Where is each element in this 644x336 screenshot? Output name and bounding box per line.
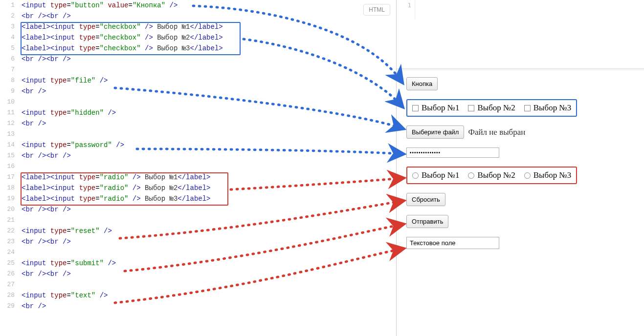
code-line[interactable]: 13 (0, 129, 396, 140)
line-number: 12 (0, 118, 19, 129)
code-line[interactable]: 10 (0, 97, 396, 107)
checkbox-icon[interactable] (524, 105, 531, 111)
line-number: 27 (0, 279, 19, 290)
code-text[interactable]: <br /><br /> (19, 150, 71, 161)
line-number: 23 (0, 236, 19, 247)
text-input[interactable]: Текстовое поле (406, 237, 499, 249)
code-line[interactable]: 1<input type="button" value="Кнопка" /> (0, 0, 396, 11)
line-number: 5 (0, 43, 19, 54)
code-line[interactable]: 16 (0, 161, 396, 172)
code-text[interactable] (19, 129, 22, 140)
code-line[interactable]: 15<br /><br /> (0, 150, 396, 161)
code-line[interactable]: 8<input type="file" /> (0, 75, 396, 86)
code-text[interactable]: <label><input type="checkbox" /> Выбор №… (19, 32, 223, 43)
code-text[interactable]: <input type="password" /> (19, 140, 124, 150)
submit-button[interactable]: Отправить (406, 215, 448, 228)
code-text[interactable]: <br /><br /> (19, 204, 71, 215)
line-number: 17 (0, 172, 19, 183)
code-text[interactable]: <input type="reset" /> (19, 226, 112, 236)
code-line[interactable]: 22<input type="reset" /> (0, 226, 396, 236)
code-text[interactable]: <label><input type="radio" /> Выбор №1</… (19, 172, 211, 183)
code-line[interactable]: 9<br /> (0, 86, 396, 97)
code-line[interactable]: 11<input type="hidden" /> (0, 107, 396, 118)
code-line[interactable]: 17<label><input type="radio" /> Выбор №1… (0, 172, 396, 183)
code-line[interactable]: 18<label><input type="radio" /> Выбор №2… (0, 183, 396, 193)
code-line[interactable]: 5<label><input type="checkbox" /> Выбор … (0, 43, 396, 54)
code-text[interactable]: <input type="file" /> (19, 75, 108, 86)
code-line[interactable]: 25<input type="submit" /> (0, 258, 396, 269)
line-number: 10 (0, 97, 19, 107)
code-line[interactable]: 27 (0, 279, 396, 290)
checkbox-label: Выбор №3 (533, 103, 571, 113)
code-editor-panel[interactable]: HTML 1<input type="button" value="Кнопка… (0, 0, 397, 336)
code-line[interactable]: 28<input type="text" /> (0, 290, 396, 301)
code-line[interactable]: 12<br /> (0, 118, 396, 129)
radio-icon[interactable] (524, 172, 531, 179)
checkbox-1[interactable]: Выбор №1 (412, 103, 459, 113)
line-number: 2 (0, 11, 19, 21)
line-number: 19 (0, 193, 19, 204)
code-text[interactable]: <input type="hidden" /> (19, 107, 116, 118)
button-input[interactable]: Кнопка (406, 77, 438, 90)
code-text[interactable]: <br /><br /> (19, 54, 71, 64)
radio-label: Выбор №3 (533, 170, 571, 180)
checkbox-icon[interactable] (468, 105, 474, 111)
code-text[interactable]: <br /><br /> (19, 236, 71, 247)
code-line[interactable]: 26<br /><br /> (0, 269, 396, 279)
code-text[interactable] (19, 279, 22, 290)
radio-icon[interactable] (468, 172, 474, 179)
line-number: 18 (0, 183, 19, 193)
line-number: 29 (0, 301, 19, 312)
radio-2[interactable]: Выбор №2 (468, 170, 515, 180)
code-text[interactable] (19, 64, 22, 75)
line-number: 14 (0, 140, 19, 150)
reset-button[interactable]: Сбросить (406, 193, 445, 206)
file-status-text: Файл не выбран (468, 127, 525, 137)
code-line[interactable]: 29<br /> (0, 301, 396, 312)
password-input[interactable]: •••••••••••••• (406, 147, 499, 158)
code-line[interactable]: 24 (0, 247, 396, 258)
line-number: 28 (0, 290, 19, 301)
line-number: 8 (0, 75, 19, 86)
code-line[interactable]: 14<input type="password" /> (0, 140, 396, 150)
code-text[interactable]: <label><input type="radio" /> Выбор №3</… (19, 193, 211, 204)
code-text[interactable]: <br /> (19, 86, 46, 97)
code-line[interactable]: 2<br /><br /> (0, 11, 396, 21)
code-line[interactable]: 7 (0, 64, 396, 75)
code-line[interactable]: 3<label><input type="checkbox" /> Выбор … (0, 21, 396, 32)
radio-label: Выбор №1 (422, 170, 459, 180)
checkbox-3[interactable]: Выбор №3 (524, 103, 571, 113)
code-text[interactable]: <br /><br /> (19, 269, 71, 279)
code-line[interactable]: 23<br /><br /> (0, 236, 396, 247)
code-text[interactable]: <br /> (19, 301, 46, 312)
code-text[interactable]: <input type="submit" /> (19, 258, 116, 269)
preview-panel: 1 Кнопка Выбор №1 Выбор №2 Выбор №3 Выбе… (397, 0, 644, 336)
radio-3[interactable]: Выбор №3 (524, 170, 571, 180)
code-line[interactable]: 20<br /><br /> (0, 204, 396, 215)
line-number: 20 (0, 204, 19, 215)
code-text[interactable]: <label><input type="radio" /> Выбор №2</… (19, 183, 211, 193)
code-text[interactable] (19, 247, 22, 258)
code-text[interactable] (19, 215, 22, 226)
code-line[interactable]: 19<label><input type="radio" /> Выбор №3… (0, 193, 396, 204)
code-line[interactable]: 21 (0, 215, 396, 226)
code-text[interactable]: <input type="text" /> (19, 290, 108, 301)
line-number: 1 (0, 0, 19, 11)
code-line[interactable]: 4<label><input type="checkbox" /> Выбор … (0, 32, 396, 43)
code-text[interactable]: <br /> (19, 118, 46, 129)
file-choose-button[interactable]: Выберите файл (406, 126, 464, 139)
code-text[interactable]: <br /><br /> (19, 11, 71, 21)
line-number: 21 (0, 215, 19, 226)
checkbox-icon[interactable] (412, 105, 419, 111)
code-text[interactable] (19, 97, 22, 107)
preview-divider (397, 68, 644, 70)
checkbox-2[interactable]: Выбор №2 (468, 103, 515, 113)
code-line[interactable]: 6<br /><br /> (0, 54, 396, 64)
radio-icon[interactable] (412, 172, 419, 179)
radio-1[interactable]: Выбор №1 (412, 170, 459, 180)
code-text[interactable]: <label><input type="checkbox" /> Выбор №… (19, 43, 223, 54)
line-number: 11 (0, 107, 19, 118)
code-text[interactable]: <input type="button" value="Кнопка" /> (19, 0, 178, 11)
code-text[interactable]: <label><input type="checkbox" /> Выбор №… (19, 21, 223, 32)
code-text[interactable] (19, 161, 22, 172)
